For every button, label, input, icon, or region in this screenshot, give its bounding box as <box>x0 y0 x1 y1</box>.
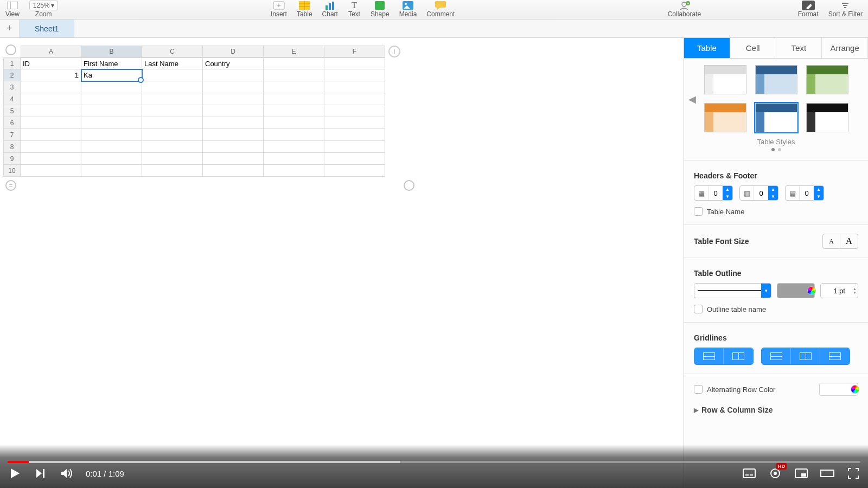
cell[interactable] <box>264 81 324 93</box>
theater-button[interactable] <box>820 466 834 480</box>
outline-color-swatch[interactable] <box>777 283 815 298</box>
cell[interactable] <box>21 93 81 105</box>
cell[interactable] <box>142 81 203 93</box>
cell[interactable] <box>324 93 385 105</box>
cell[interactable] <box>324 129 385 141</box>
outline-width-input[interactable]: 1 pt▲▼ <box>820 283 858 298</box>
comment-button[interactable]: Comment <box>426 1 455 18</box>
tab-text[interactable]: Text <box>776 38 822 58</box>
style-thumb[interactable] <box>806 103 848 132</box>
style-thumb[interactable] <box>704 65 746 94</box>
media-button[interactable]: Media <box>399 1 417 18</box>
cell[interactable] <box>142 105 203 117</box>
cell[interactable] <box>142 117 203 129</box>
gridlines-header-h[interactable] <box>762 348 791 364</box>
cell[interactable] <box>21 165 81 177</box>
color-picker-icon[interactable] <box>851 385 859 394</box>
gridlines-footer[interactable] <box>820 348 850 364</box>
table-handle-topleft[interactable] <box>5 44 16 55</box>
cell[interactable] <box>21 117 81 129</box>
cell[interactable] <box>142 153 203 165</box>
cell[interactable] <box>203 117 264 129</box>
cell[interactable] <box>324 153 385 165</box>
miniplayer-button[interactable] <box>794 466 808 480</box>
table-button[interactable]: Table <box>297 1 312 18</box>
insert-button[interactable]: + Insert <box>271 1 287 18</box>
cell[interactable] <box>21 105 81 117</box>
row-header-10[interactable]: 10 <box>3 165 21 177</box>
view-menu[interactable]: View <box>5 1 20 18</box>
cell[interactable] <box>81 81 142 93</box>
col-header-F[interactable]: F <box>324 46 385 57</box>
col-header-D[interactable]: D <box>203 46 264 57</box>
row-header-7[interactable]: 7 <box>3 129 21 141</box>
font-larger-button[interactable]: A <box>840 234 858 248</box>
cell[interactable] <box>21 81 81 93</box>
row-header-6[interactable]: 6 <box>3 117 21 129</box>
cell[interactable] <box>264 93 324 105</box>
format-button[interactable]: Format <box>798 1 819 18</box>
tab-table[interactable]: Table <box>684 38 730 58</box>
cell[interactable] <box>142 129 203 141</box>
style-thumb[interactable] <box>806 65 848 94</box>
cell[interactable] <box>81 141 142 153</box>
cell[interactable] <box>264 165 324 177</box>
chart-button[interactable]: Chart <box>322 1 338 18</box>
collaborate-button[interactable]: + Collaborate <box>668 1 701 18</box>
cell[interactable] <box>142 165 203 177</box>
cell-D1[interactable]: Country <box>203 57 264 69</box>
cell[interactable] <box>21 129 81 141</box>
volume-button[interactable] <box>60 466 74 480</box>
cell[interactable] <box>264 105 324 117</box>
text-button[interactable]: T Text <box>348 1 361 18</box>
video-progress[interactable] <box>8 461 860 463</box>
styles-prev-icon[interactable]: ◀ <box>688 93 696 105</box>
cell-A1[interactable]: ID <box>21 57 81 69</box>
cell[interactable] <box>203 153 264 165</box>
settings-button[interactable] <box>768 466 782 480</box>
cell[interactable] <box>81 129 142 141</box>
style-thumb[interactable] <box>704 103 746 132</box>
cell[interactable] <box>324 117 385 129</box>
style-thumb[interactable] <box>755 65 797 94</box>
cell-B2[interactable]: Ka <box>81 69 142 81</box>
gridlines-body-h[interactable] <box>694 348 724 364</box>
cell[interactable] <box>203 93 264 105</box>
style-thumb[interactable] <box>755 103 797 132</box>
captions-button[interactable] <box>742 466 756 480</box>
cell[interactable] <box>264 141 324 153</box>
cell[interactable] <box>203 129 264 141</box>
cell[interactable] <box>81 165 142 177</box>
gridlines-header-v[interactable] <box>791 348 820 364</box>
col-header-E[interactable]: E <box>264 46 324 57</box>
sort-filter-button[interactable]: Sort & Filter <box>828 1 863 18</box>
row-header-4[interactable]: 4 <box>3 93 21 105</box>
play-button[interactable] <box>8 466 22 480</box>
cell[interactable] <box>203 81 264 93</box>
cell[interactable] <box>203 165 264 177</box>
add-column-handle[interactable] <box>388 46 400 57</box>
col-header-B[interactable]: B <box>81 46 142 57</box>
table-resize-handle[interactable] <box>404 180 414 191</box>
tab-arrange[interactable]: Arrange <box>822 38 868 58</box>
outline-name-checkbox[interactable] <box>694 305 703 313</box>
row-header-1[interactable]: 1 <box>3 57 21 69</box>
cell-C2[interactable] <box>142 69 203 81</box>
alt-row-checkbox[interactable] <box>694 385 703 394</box>
font-smaller-button[interactable]: A <box>823 234 840 248</box>
footer-rows-stepper[interactable]: ▤0▲▼ <box>785 185 824 201</box>
row-header-8[interactable]: 8 <box>3 141 21 153</box>
cell[interactable] <box>21 153 81 165</box>
cell[interactable] <box>81 117 142 129</box>
cell[interactable] <box>81 93 142 105</box>
cell[interactable] <box>203 105 264 117</box>
fullscreen-button[interactable] <box>846 466 860 480</box>
col-header-C[interactable]: C <box>142 46 203 57</box>
cell-E2[interactable] <box>264 69 324 81</box>
cell-F2[interactable] <box>324 69 385 81</box>
cell[interactable] <box>81 105 142 117</box>
alt-row-color-swatch[interactable] <box>819 383 858 396</box>
cell[interactable] <box>324 141 385 153</box>
outline-style-select[interactable]: ▾ <box>694 283 771 298</box>
gridlines-body-v[interactable] <box>724 348 753 364</box>
